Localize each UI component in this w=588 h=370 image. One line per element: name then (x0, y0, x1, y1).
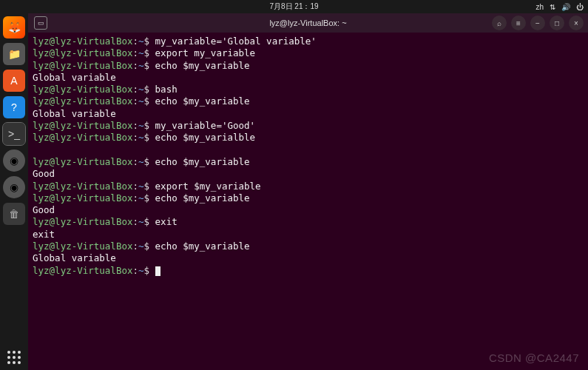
minimize-button[interactable]: − (530, 16, 545, 30)
close-button[interactable]: × (569, 16, 584, 30)
search-button[interactable]: ⌕ (492, 16, 507, 30)
input-lang[interactable]: zh (535, 3, 544, 11)
disc-icon[interactable]: ◉ (3, 149, 25, 172)
terminal-line: lyz@lyz-VirtualBox:~$ echo $my_varialble (33, 132, 584, 144)
terminal-line: lyz@lyz-VirtualBox:~$ echo $my_variable (33, 60, 584, 72)
clock: 7月8日 21：19 (269, 1, 318, 12)
terminal-line: lyz@lyz-VirtualBox:~$ echo $my_variable (33, 156, 584, 168)
network-icon[interactable]: ⇅ (550, 3, 555, 11)
system-tray[interactable]: zh ⇅ 🔊 ⏻ (535, 3, 584, 11)
terminal-line: lyz@lyz-VirtualBox:~$ (33, 265, 584, 277)
terminal-line: Global variable (33, 108, 584, 120)
terminal-line: lyz@lyz-VirtualBox:~$ bash (33, 84, 584, 95)
help-icon[interactable]: ? (3, 96, 25, 118)
terminal-line (33, 144, 584, 156)
firefox-icon[interactable]: 🦊 (3, 16, 25, 38)
power-icon[interactable]: ⏻ (576, 3, 584, 11)
terminal-line: lyz@lyz-VirtualBox:~$ echo $my_variable (33, 95, 584, 107)
menu-button[interactable]: ≡ (511, 16, 526, 30)
terminal-line: lyz@lyz-VirtualBox:~$ my_variable='Good' (33, 120, 584, 132)
terminal-line: Global variable (33, 252, 584, 264)
terminal-line: exit (33, 229, 584, 240)
terminal-line: lyz@lyz-VirtualBox:~$ echo $my_variable (33, 240, 584, 252)
terminal-line: lyz@lyz-VirtualBox:~$ export my_variable (33, 47, 584, 59)
launcher-dock: 🦊 📁 A ? >_ ◉ ◉ 🗑 (0, 13, 28, 370)
terminal-line: Global variable (33, 72, 584, 84)
show-apps-icon[interactable] (7, 351, 21, 364)
files-icon[interactable]: 📁 (3, 43, 25, 65)
watermark: CSDN @CA2447 (489, 352, 579, 364)
terminal-line: Good (33, 168, 584, 180)
terminal-window: ▭ lyz@lyz-VirtualBox: ~ ⌕ ≡ − □ × lyz@ly… (28, 13, 588, 370)
maximize-button[interactable]: □ (550, 16, 564, 30)
system-topbar: 7月8日 21：19 zh ⇅ 🔊 ⏻ (0, 0, 588, 13)
volume-icon[interactable]: 🔊 (561, 3, 570, 11)
terminal-line: Good (33, 204, 584, 216)
disc2-icon[interactable]: ◉ (3, 176, 25, 198)
cursor (155, 266, 160, 276)
terminal-body[interactable]: lyz@lyz-VirtualBox:~$ my_variable='Globa… (28, 33, 588, 370)
terminal-line: lyz@lyz-VirtualBox:~$ export $my_variabl… (33, 181, 584, 192)
terminal-line: lyz@lyz-VirtualBox:~$ my_variable='Globa… (33, 36, 584, 47)
software-icon[interactable]: A (3, 70, 25, 92)
window-title: lyz@lyz-VirtualBox: ~ (269, 18, 346, 27)
terminal-line: lyz@lyz-VirtualBox:~$ echo $my_variable (33, 192, 584, 204)
terminal-icon[interactable]: >_ (3, 123, 25, 145)
trash-icon[interactable]: 🗑 (3, 203, 25, 225)
terminal-line: lyz@lyz-VirtualBox:~$ exit (33, 216, 584, 228)
new-tab-button[interactable]: ▭ (34, 16, 47, 30)
window-titlebar: ▭ lyz@lyz-VirtualBox: ~ ⌕ ≡ − □ × (28, 13, 588, 33)
